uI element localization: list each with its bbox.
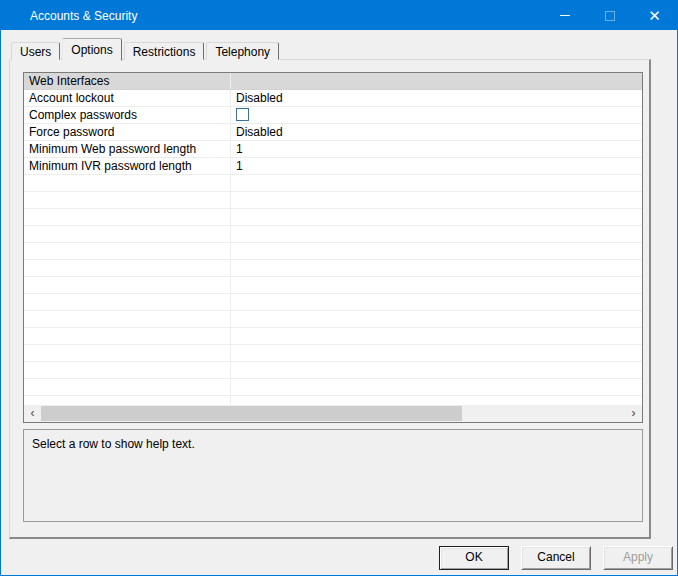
scroll-left-icon: ‹ bbox=[31, 405, 35, 422]
property-name: Minimum Web password length bbox=[24, 141, 231, 157]
titlebar: Accounts & Security ✕ bbox=[1, 1, 677, 30]
tab-bar: Users Options Restrictions Telephony bbox=[11, 37, 281, 60]
scroll-left-button[interactable]: ‹ bbox=[24, 405, 41, 422]
property-value: Disabled bbox=[231, 90, 642, 106]
tab-restrictions[interactable]: Restrictions bbox=[124, 42, 205, 60]
tab-users[interactable]: Users bbox=[11, 42, 60, 60]
grid-row-empty bbox=[24, 243, 642, 260]
grid-row-empty bbox=[24, 345, 642, 362]
help-text-box: Select a row to show help text. bbox=[23, 429, 643, 522]
property-value: 1 bbox=[231, 141, 642, 157]
grid-row-empty bbox=[24, 396, 642, 405]
grid-row[interactable]: Force passwordDisabled bbox=[24, 124, 642, 141]
grid-row[interactable]: Account lockoutDisabled bbox=[24, 90, 642, 107]
scroll-right-button[interactable]: › bbox=[625, 405, 642, 422]
grid-row-empty bbox=[24, 277, 642, 294]
property-grid-rows: Web InterfacesAccount lockoutDisabledCom… bbox=[24, 73, 642, 405]
options-tab-page: Web InterfacesAccount lockoutDisabledCom… bbox=[9, 59, 651, 539]
caption-buttons: ✕ bbox=[542, 1, 677, 30]
accounts-security-dialog: Accounts & Security ✕ Users Options Rest… bbox=[0, 0, 678, 576]
grid-row-empty bbox=[24, 226, 642, 243]
property-name: Minimum IVR password length bbox=[24, 158, 231, 174]
grid-row[interactable]: Minimum IVR password length1 bbox=[24, 158, 642, 175]
scroll-right-icon: › bbox=[632, 405, 636, 422]
maximize-button bbox=[587, 1, 632, 30]
grid-row-empty bbox=[24, 311, 642, 328]
tab-telephony[interactable]: Telephony bbox=[206, 42, 279, 60]
grid-row-empty bbox=[24, 362, 642, 379]
minimize-icon bbox=[560, 15, 570, 16]
grid-row-empty bbox=[24, 260, 642, 277]
ok-button[interactable]: OK bbox=[439, 546, 509, 570]
grid-row-empty bbox=[24, 192, 642, 209]
property-value: Disabled bbox=[231, 124, 642, 140]
grid-row-empty bbox=[24, 175, 642, 192]
property-name: Complex passwords bbox=[24, 107, 231, 123]
grid-row-empty bbox=[24, 294, 642, 311]
grid-row[interactable]: Minimum Web password length1 bbox=[24, 141, 642, 158]
grid-section-row[interactable]: Web Interfaces bbox=[24, 73, 642, 90]
grid-section-label: Web Interfaces bbox=[24, 73, 231, 89]
property-name: Account lockout bbox=[24, 90, 231, 106]
grid-row-empty bbox=[24, 379, 642, 396]
maximize-icon bbox=[605, 11, 615, 21]
property-name: Force password bbox=[24, 124, 231, 140]
cancel-button[interactable]: Cancel bbox=[521, 546, 591, 570]
close-icon: ✕ bbox=[648, 8, 661, 23]
property-grid[interactable]: Web InterfacesAccount lockoutDisabledCom… bbox=[23, 72, 643, 423]
horizontal-scrollbar[interactable]: ‹ › bbox=[24, 405, 642, 422]
grid-row[interactable]: Complex passwords bbox=[24, 107, 642, 124]
complex-passwords-checkbox[interactable] bbox=[236, 108, 249, 121]
tab-options[interactable]: Options bbox=[62, 38, 121, 61]
window-title: Accounts & Security bbox=[1, 9, 137, 23]
property-value: 1 bbox=[231, 158, 642, 174]
help-text: Select a row to show help text. bbox=[32, 437, 195, 451]
grid-row-empty bbox=[24, 328, 642, 345]
close-button[interactable]: ✕ bbox=[632, 1, 677, 30]
apply-button: Apply bbox=[603, 546, 673, 570]
grid-row-empty bbox=[24, 209, 642, 226]
scrollbar-thumb[interactable] bbox=[41, 406, 462, 421]
minimize-button[interactable] bbox=[542, 1, 587, 30]
property-value bbox=[231, 107, 642, 123]
